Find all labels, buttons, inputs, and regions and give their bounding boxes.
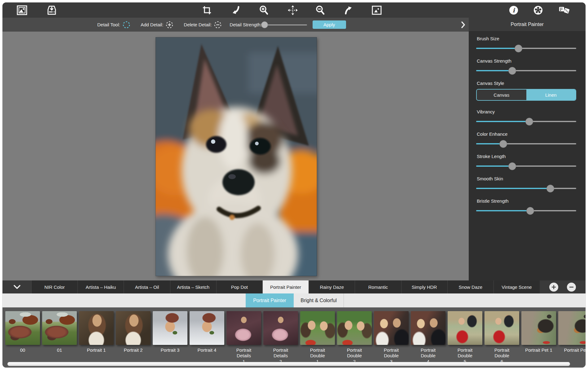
preset-strip: 00 01 Portrait 1 Portrait 2 Portrait 3 P… xyxy=(2,307,586,368)
crop-icon[interactable] xyxy=(201,5,213,16)
preset-portrait-double-4-thumbnail[interactable] xyxy=(411,311,445,345)
preset-portrait-double-5[interactable]: PortraitDouble5 xyxy=(448,311,482,364)
tab-add-remove-group xyxy=(540,280,586,293)
canvas-strength-slider[interactable] xyxy=(476,67,576,75)
color-enhance-thumb[interactable] xyxy=(499,140,507,148)
color-enhance-slider[interactable] xyxy=(476,140,576,148)
canvas-area xyxy=(2,32,469,280)
preset-tabbar: NIR Color Artista – Haiku Artista – Oil … xyxy=(2,280,586,293)
bristle-strength-slider[interactable] xyxy=(476,207,576,215)
edited-image[interactable] xyxy=(156,37,317,276)
horizontal-scrollbar[interactable] xyxy=(7,362,570,366)
tab-snow-daze[interactable]: Snow Daze xyxy=(447,280,494,293)
preset-portrait-pet-1-thumbnail[interactable] xyxy=(521,311,556,345)
preset-portrait-2-thumbnail[interactable] xyxy=(116,311,151,345)
pan-icon[interactable] xyxy=(287,5,298,16)
delete-detail-label: Delete Detail: xyxy=(184,22,212,27)
vibrancy-label: Vibrancy xyxy=(476,109,576,114)
rotate-right-icon[interactable] xyxy=(343,5,354,16)
preset-00-thumbnail[interactable] xyxy=(5,311,40,345)
detail-tool-icon[interactable] xyxy=(122,20,131,29)
smooth-skin-thumb[interactable] xyxy=(546,185,554,192)
preset-portrait-details-2[interactable]: PortraitDetails2 xyxy=(263,311,298,364)
detail-tool-label: Detail Tool: xyxy=(97,22,120,27)
preset-portrait-double-3-thumbnail[interactable] xyxy=(374,311,409,345)
subtab-portrait-painter[interactable]: Portrait Painter xyxy=(246,293,294,307)
preset-portrait-double-6-thumbnail[interactable] xyxy=(485,311,519,345)
canvas-strength-thumb[interactable] xyxy=(508,67,516,75)
preset-portrait-pet-2[interactable]: Portrait Pet xyxy=(558,311,586,364)
brush-size-thumb[interactable] xyxy=(515,45,522,52)
smooth-skin-label: Smooth Skin xyxy=(476,176,576,181)
preset-portrait-details-2-thumbnail[interactable] xyxy=(263,311,298,345)
tab-artista-oil[interactable]: Artista – Oil xyxy=(124,280,170,293)
preset-portrait-double-4[interactable]: PortraitDouble4 xyxy=(411,311,445,364)
preset-portrait-2[interactable]: Portrait 2 xyxy=(116,311,151,364)
add-detail-label: Add Detail: xyxy=(141,22,163,27)
preset-portrait-double-3[interactable]: PortraitDouble3 xyxy=(374,311,409,364)
preset-portrait-details-1-thumbnail[interactable] xyxy=(226,311,261,345)
tab-pop-dot[interactable]: Pop Dot xyxy=(216,280,262,293)
preset-00[interactable]: 00 xyxy=(5,311,40,364)
detail-strength-thumb[interactable] xyxy=(261,21,268,28)
preset-portrait-double-2-thumbnail[interactable] xyxy=(337,311,372,345)
detail-strength-label: Detail Strength: xyxy=(230,22,261,27)
canvas-style-toggle: Canvas Linen xyxy=(476,89,576,101)
preset-01-thumbnail[interactable] xyxy=(42,311,77,345)
tab-vintage-scene[interactable]: Vintage Scene xyxy=(494,280,540,293)
preset-subtabs: Portrait Painter Bright & Colorful xyxy=(2,293,586,307)
preset-portrait-double-6[interactable]: PortraitDouble6 xyxy=(485,311,519,364)
zoom-out-icon[interactable] xyxy=(315,5,326,16)
preset-01[interactable]: 01 xyxy=(42,311,77,364)
canvas-style-option-linen[interactable]: Linen xyxy=(526,90,576,100)
compare-image-icon[interactable] xyxy=(371,5,382,16)
stroke-length-control: Stroke Length xyxy=(469,154,586,176)
vibrancy-thumb[interactable] xyxy=(525,118,533,126)
tab-nir-color[interactable]: NIR Color xyxy=(31,280,77,293)
preset-portrait-4[interactable]: Portrait 4 xyxy=(190,311,224,364)
add-detail-icon[interactable] xyxy=(165,20,174,29)
panel-collapse-chevron[interactable] xyxy=(457,18,469,32)
vibrancy-slider[interactable] xyxy=(476,117,576,126)
bristle-strength-thumb[interactable] xyxy=(526,207,534,215)
randomize-icon[interactable] xyxy=(559,5,570,16)
preset-portrait-pet-1[interactable]: Portrait Pet 1 xyxy=(521,311,556,364)
preset-portrait-3-thumbnail[interactable] xyxy=(153,311,187,345)
info-icon[interactable]: i xyxy=(508,5,519,16)
preset-portrait-1[interactable]: Portrait 1 xyxy=(79,311,114,364)
stroke-length-thumb[interactable] xyxy=(508,162,516,170)
bristle-strength-label: Bristle Strength xyxy=(476,198,576,204)
add-preset-button[interactable] xyxy=(549,283,558,292)
stroke-length-slider[interactable] xyxy=(476,162,576,170)
tab-artista-sketch[interactable]: Artista – Sketch xyxy=(170,280,216,293)
rotate-left-icon[interactable] xyxy=(230,5,241,16)
preset-portrait-pet-2-thumbnail[interactable] xyxy=(558,311,586,345)
preset-portrait-double-2[interactable]: PortraitDouble2 xyxy=(337,311,372,364)
preset-portrait-4-thumbnail[interactable] xyxy=(190,311,224,345)
tab-romantic[interactable]: Romantic xyxy=(355,280,401,293)
color-enhance-control: Color Enhance xyxy=(469,131,586,154)
strip-collapse-chevron[interactable] xyxy=(2,280,31,293)
preset-portrait-details-1[interactable]: PortraitDetails1 xyxy=(226,311,261,364)
subtab-bright-colorful[interactable]: Bright & Colorful xyxy=(294,293,344,307)
save-image-icon[interactable] xyxy=(46,5,57,16)
remove-preset-button[interactable] xyxy=(567,283,576,292)
detail-strength-slider[interactable] xyxy=(263,21,307,28)
smooth-skin-slider[interactable] xyxy=(476,184,576,192)
tab-portrait-painter[interactable]: Portrait Painter xyxy=(262,280,309,293)
open-image-icon[interactable] xyxy=(16,5,28,16)
preset-portrait-double-5-thumbnail[interactable] xyxy=(448,311,482,345)
delete-detail-icon[interactable] xyxy=(213,20,222,29)
tab-rainy-daze[interactable]: Rainy Daze xyxy=(309,280,355,293)
tab-simply-hdr[interactable]: Simply HDR xyxy=(401,280,447,293)
preset-portrait-3[interactable]: Portrait 3 xyxy=(153,311,187,364)
preset-portrait-double-1-thumbnail[interactable] xyxy=(300,311,335,345)
preset-portrait-double-1[interactable]: PortraitDouble1 xyxy=(300,311,335,364)
brush-size-slider[interactable] xyxy=(476,44,576,52)
apply-button[interactable]: Apply xyxy=(313,20,346,29)
tab-artista-haiku[interactable]: Artista – Haiku xyxy=(77,280,124,293)
preset-portrait-1-thumbnail[interactable] xyxy=(79,311,114,345)
settings-icon[interactable] xyxy=(533,5,544,16)
canvas-style-option-canvas[interactable]: Canvas xyxy=(477,90,526,100)
zoom-in-icon[interactable] xyxy=(258,5,270,16)
